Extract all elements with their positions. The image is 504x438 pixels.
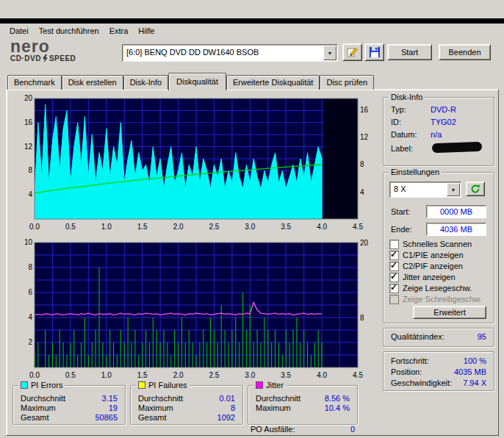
fortschritt-label: Fortschritt: xyxy=(391,356,429,365)
tab-disk-info[interactable]: Disk-Info xyxy=(123,75,168,90)
disk-info-row-id: ID: TYG02 xyxy=(391,118,486,127)
checkbox-jitter-anzeigen[interactable]: Jitter anzeigen xyxy=(389,272,491,282)
datum-value: n/a xyxy=(431,130,442,139)
start-button[interactable]: Start xyxy=(387,44,432,60)
checkbox-c2-pif-anzeigen[interactable]: C2/PIF anzeigen xyxy=(389,261,491,271)
save-button[interactable] xyxy=(364,43,384,61)
logo-speed-text: SPEED xyxy=(49,54,76,62)
svg-text:6: 6 xyxy=(28,288,32,296)
menu-item-hilfe[interactable]: Hilfe xyxy=(133,25,159,37)
menu-item-datei[interactable]: Datei xyxy=(4,25,34,37)
settings-title: Einstellungen xyxy=(389,168,442,176)
checkbox-label: C2/PIF anzeigen xyxy=(403,262,463,270)
menu-item-extra[interactable]: Extra xyxy=(104,25,134,37)
jitter-title-text: Jitter xyxy=(266,381,284,389)
checkbox-zeige-lesegeschw[interactable]: Zeige Lesegeschw. xyxy=(389,283,491,293)
svg-text:2: 2 xyxy=(28,338,32,346)
svg-text:0.5: 0.5 xyxy=(65,371,76,379)
checkbox-zeige-schreibgeschw[interactable]: Zeige Schreibgeschw. xyxy=(389,294,491,304)
svg-text:4.5: 4.5 xyxy=(353,371,363,379)
checkbox-box[interactable] xyxy=(389,273,399,282)
svg-text:3.0: 3.0 xyxy=(245,223,255,231)
gesamt-label: Gesamt xyxy=(21,413,49,422)
maximum-value: 10.4 % xyxy=(325,403,350,412)
checkbox-label: Zeige Schreibgeschw. xyxy=(403,295,482,304)
svg-text:3.5: 3.5 xyxy=(281,223,291,231)
speed-row: Geschwindigkeit: 7.94 X xyxy=(391,378,486,388)
menu-bar: Datei Test durchführen Extra Hilfe xyxy=(0,24,504,38)
settings-group: Einstellungen 8 X ▼ Start: 0000 MB Ende:… xyxy=(383,172,494,323)
checkbox-box[interactable] xyxy=(389,251,399,260)
tab-disk-erstellen[interactable]: Disk erstellen xyxy=(62,75,123,90)
svg-text:16: 16 xyxy=(24,118,33,126)
po-failures-label: PO Ausfälle: xyxy=(251,425,295,434)
svg-text:4.5: 4.5 xyxy=(353,223,363,231)
refresh-button[interactable] xyxy=(466,182,485,196)
svg-text:20: 20 xyxy=(24,94,33,102)
logo-cddvdspeed-text: CD·DVD SPEED xyxy=(10,54,76,62)
position-value: 4035 MB xyxy=(454,367,486,376)
checkbox-box[interactable] xyxy=(389,240,399,249)
maximum-label: Maximum xyxy=(138,403,173,412)
gesamt-value: 50865 xyxy=(95,413,118,422)
svg-text:0.5: 0.5 xyxy=(65,223,76,231)
progress-group: Fortschritt: 100 % Position: 4035 MB Ges… xyxy=(383,351,494,391)
tab-diskqualitaet[interactable]: Diskqualität xyxy=(168,73,226,90)
svg-text:1.5: 1.5 xyxy=(137,371,148,379)
gesamt-value: 1092 xyxy=(217,413,235,422)
svg-text:4.0: 4.0 xyxy=(317,371,327,379)
lightning-icon xyxy=(43,54,48,62)
pi-errors-title-text: PI Errors xyxy=(31,381,62,389)
refresh-icon xyxy=(470,184,480,194)
logo-cddvd-text: CD·DVD xyxy=(10,54,41,62)
svg-text:12: 12 xyxy=(360,133,369,141)
svg-text:1.0: 1.0 xyxy=(101,223,112,231)
advanced-button[interactable]: Erweitert xyxy=(413,306,486,319)
checkbox-c1-pie-anzeigen[interactable]: C1/PIE anzeigen xyxy=(389,250,491,260)
svg-text:8: 8 xyxy=(360,314,364,322)
po-failures-value: 0 xyxy=(350,425,355,434)
checkbox-label: Jitter anzeigen xyxy=(403,273,456,281)
chevron-down-icon[interactable]: ▼ xyxy=(447,183,460,196)
svg-text:1.0: 1.0 xyxy=(101,371,112,379)
speed-select[interactable]: 8 X ▼ xyxy=(389,182,461,198)
svg-text:2.0: 2.0 xyxy=(173,371,184,379)
fortschritt-value: 100 % xyxy=(464,356,486,365)
tab-benchmark[interactable]: Benchmark xyxy=(7,75,62,90)
disk-info-group: Disk-Info Typ: DVD-R ID: TYG02 Datum: n/… xyxy=(383,97,494,166)
maximum-label: Maximum xyxy=(21,403,56,412)
datum-label: Datum: xyxy=(391,130,417,139)
pi-failures-summary-group: PI Failures Durchschnitt0.01 Maximum8 Ge… xyxy=(130,385,243,425)
disk-info-row-label: Label: xyxy=(391,144,486,154)
checkbox-schnelles-scannen[interactable]: Schnelles Scannen xyxy=(389,239,491,249)
jitter-summary-group: Jitter Durchschnitt8.56 % Maximum10.4 % xyxy=(248,385,358,425)
pen-icon xyxy=(347,46,359,58)
tab-erweiterte-diskqualitaet[interactable]: Erweiterte Diskqualität xyxy=(226,75,320,90)
start-field[interactable]: 0000 MB xyxy=(426,205,486,218)
svg-text:0.0: 0.0 xyxy=(29,223,40,231)
jitter-summary-title: Jitter xyxy=(253,381,286,389)
checkbox-box[interactable] xyxy=(389,284,399,293)
window-top-strip xyxy=(0,18,504,24)
disk-info-row-typ: Typ: DVD-R xyxy=(391,105,486,115)
ende-field[interactable]: 4036 MB xyxy=(426,223,486,236)
svg-text:4: 4 xyxy=(360,188,364,196)
drive-select[interactable]: [6:0] BENQ DVD DD DW1640 BSOB ▼ xyxy=(122,44,338,62)
write-test-button[interactable] xyxy=(342,43,362,61)
svg-text:8: 8 xyxy=(28,263,32,271)
position-label: Position: xyxy=(391,367,422,376)
pi-errors-summary-title: PI Errors xyxy=(18,381,65,389)
checkbox-label: Schnelles Scannen xyxy=(403,240,472,248)
menu-item-test-durchfuehren[interactable]: Test durchführen xyxy=(34,25,104,37)
floppy-disk-icon xyxy=(369,46,381,58)
geschwindigkeit-value: 7.94 X xyxy=(463,378,486,387)
quality-index-label: Qualitätsindex: xyxy=(391,332,444,341)
svg-text:12: 12 xyxy=(24,143,33,151)
tab-disc-pruefen[interactable]: Disc prüfen xyxy=(320,75,374,90)
durchschnitt-label: Durchschnitt xyxy=(21,394,65,403)
maximum-value: 19 xyxy=(109,403,118,412)
quit-button[interactable]: Beenden xyxy=(439,44,491,60)
checkbox-box[interactable] xyxy=(389,262,399,271)
chevron-down-icon[interactable]: ▼ xyxy=(323,46,336,60)
checkbox-box[interactable] xyxy=(389,295,399,304)
